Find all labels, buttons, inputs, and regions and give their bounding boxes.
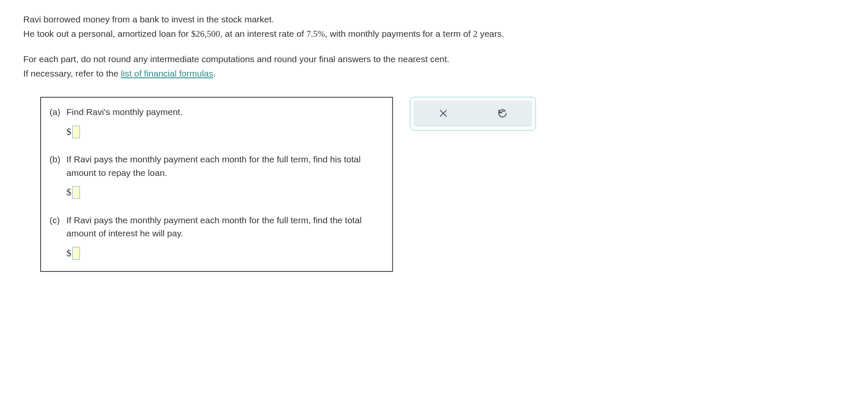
dollar-sign: $ [66,125,71,140]
intro-line2d: years. [478,29,504,38]
clear-button[interactable] [434,104,452,123]
problem-intro: Ravi borrowed money from a bank to inves… [23,13,845,41]
instructions: For each part, do not round any intermed… [23,52,845,80]
close-icon [438,108,449,120]
term-years: 2 [473,29,478,39]
instructions-line2b: . [213,68,216,78]
part-a-input[interactable] [72,126,80,138]
part-a-text: Find Ravi's monthly payment. [66,105,384,119]
part-b: (b) If Ravi pays the monthly payment eac… [49,153,384,209]
part-a: (a) Find Ravi's monthly payment. $ [49,105,384,148]
intro-line2b: , at an interest rate of [220,29,306,38]
part-b-label: (b) [49,153,66,209]
intro-line2a: He took out a personal, amortized loan f… [23,29,191,38]
part-c-input[interactable] [72,247,80,260]
loan-amount: $26,500 [191,29,220,39]
part-c-label: (c) [49,214,66,261]
dollar-sign: $ [66,185,71,200]
instructions-line1: For each part, do not round any intermed… [23,52,845,66]
control-panel [410,97,536,131]
undo-icon [497,108,508,120]
reset-button[interactable] [494,104,511,123]
dollar-sign: $ [66,246,71,261]
financial-formulas-link[interactable]: list of financial formulas [121,68,213,78]
part-b-text: If Ravi pays the monthly payment each mo… [66,153,384,179]
interest-rate: 7.5% [306,29,325,39]
part-c: (c) If Ravi pays the monthly payment eac… [49,214,384,261]
part-a-label: (a) [49,105,66,148]
instructions-line2a: If necessary, refer to the [23,68,121,78]
intro-line2c: , with monthly payments for a term of [325,29,473,38]
intro-line1: Ravi borrowed money from a bank to inves… [23,14,274,24]
part-b-input[interactable] [72,186,80,199]
part-c-text: If Ravi pays the monthly payment each mo… [66,214,384,240]
question-box: (a) Find Ravi's monthly payment. $ (b) I… [40,97,393,272]
